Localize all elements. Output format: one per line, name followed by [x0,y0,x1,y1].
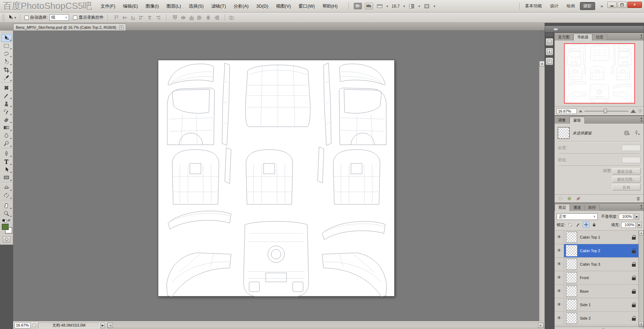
layer-thumbnail[interactable] [566,259,577,270]
new-adjustment-layer-icon[interactable] [583,328,589,329]
mini-bridge-button[interactable]: Mb [365,3,373,9]
panel-tab[interactable]: 图层 [555,204,570,211]
tool-button[interactable] [1,50,12,58]
restore-button[interactable] [617,2,627,8]
panel-menu-icon[interactable]: ▾≡ [641,34,642,39]
collapsed-panel-button[interactable] [546,48,553,55]
menu-item[interactable]: 编辑(E) [119,0,142,12]
visibility-toggle[interactable] [555,258,564,271]
close-document-icon[interactable]: × [119,25,123,29]
collapsed-panel-button[interactable] [546,57,553,65]
zoom-out-icon[interactable] [579,110,582,112]
layer-row[interactable]: Cabin Top 2 [555,244,638,258]
default-colors-icon[interactable] [5,220,7,222]
tool-button[interactable] [1,58,12,66]
chevron-down-icon[interactable]: ▾ [434,5,435,8]
layer-name[interactable]: Cabin Top 1 [580,235,632,239]
panel-tab[interactable]: 导航器 [573,34,592,41]
layers-scrollbar[interactable]: ▲ ▼ [638,231,644,327]
panel-tab[interactable]: 直方图 [555,34,573,41]
new-group-icon[interactable] [592,328,598,329]
tool-button[interactable] [1,116,12,124]
align-button[interactable] [154,14,162,21]
workspace-button[interactable]: 绘画 [563,2,579,10]
layer-name[interactable]: Cabin Top 2 [580,249,632,253]
layer-style-icon[interactable]: fx [566,328,572,329]
menu-item[interactable]: 分析(A) [230,0,252,12]
disable-mask-icon[interactable] [575,196,581,202]
menu-item[interactable]: 选择(S) [185,0,207,12]
layer-thumbnail[interactable] [566,313,577,324]
link-layers-icon[interactable] [557,328,563,329]
auto-select-dropdown[interactable]: 组 ∨ [50,14,69,21]
tool-button[interactable] [1,184,12,192]
document-hscrollbar[interactable]: ◀ ▶ [107,322,544,328]
load-selection-from-mask-icon[interactable] [557,196,563,202]
panel-tab[interactable]: 路径 [585,204,600,211]
workspace-button[interactable]: 基本功能 [522,2,545,10]
layer-thumbnail[interactable] [566,286,577,297]
tool-button[interactable] [1,140,12,148]
visibility-toggle[interactable] [555,244,564,257]
layer-row[interactable]: Side 1 [555,298,638,312]
scroll-up-icon[interactable]: ▲ [639,231,644,235]
quick-mask-button[interactable] [3,236,10,242]
options-grip[interactable] [2,14,5,21]
layer-thumbnail[interactable] [566,272,577,283]
layer-thumbnail[interactable] [566,299,577,310]
layer-name[interactable]: Side 2 [580,316,632,320]
layer-name[interactable]: Side 1 [580,303,632,307]
menu-item[interactable]: 窗口(W) [295,0,319,12]
lock-paint-icon[interactable] [575,222,581,228]
opacity-spinner-icon[interactable]: ▶ [635,214,639,220]
navigator-proxy-view[interactable] [564,43,635,104]
fill-value[interactable]: 100% [621,222,636,228]
color-range-button[interactable]: 颜色范围... [612,176,641,183]
layer-row[interactable]: Cabin Top 1 [555,231,638,244]
foreground-color-swatch[interactable] [2,224,9,230]
layer-thumbnail[interactable] [566,245,577,256]
distribute-button[interactable] [179,14,187,21]
distribute-button[interactable] [212,14,221,21]
auto-align-layers-button[interactable] [227,14,236,21]
menu-item[interactable]: 3D(D) [253,0,272,12]
visibility-toggle[interactable] [555,271,564,284]
panel-menu-icon[interactable]: ▾≡ [641,205,642,210]
visibility-toggle[interactable] [555,285,564,298]
lock-transparency-icon[interactable] [567,222,573,228]
arrange-documents-icon[interactable] [408,3,415,9]
distribute-button[interactable] [187,14,196,21]
menu-item[interactable]: 滤镜(T) [208,0,230,12]
tool-button[interactable] [1,202,12,210]
tool-button[interactable] [1,100,12,108]
layer-row[interactable]: Side 2 [555,312,638,325]
visibility-toggle[interactable] [555,298,564,311]
menu-item[interactable]: 帮助(H) [319,0,342,12]
zoom-level-field[interactable]: 16.7 [391,4,400,9]
blend-mode-dropdown[interactable]: 正常 ∨ [557,213,598,220]
tool-button[interactable] [1,108,12,116]
new-layer-icon[interactable] [601,328,606,329]
strip-grip[interactable] [546,33,553,36]
distribute-button[interactable] [204,14,212,21]
add-layer-mask-icon[interactable] [575,328,580,329]
layer-name[interactable]: Front [580,276,632,280]
swap-colors-icon[interactable]: ⇄ [8,219,10,222]
close-button[interactable]: × [627,2,642,8]
tool-button[interactable] [1,66,12,74]
panel-tab[interactable]: 调整 [555,117,570,124]
invert-button[interactable]: 反相 [612,184,641,190]
layer-thumbnail[interactable] [566,232,577,243]
align-button[interactable] [145,14,154,21]
visibility-toggle[interactable] [555,312,564,325]
tool-button[interactable] [1,74,12,82]
tool-button[interactable] [1,150,12,158]
tool-button[interactable] [1,34,12,42]
add-pixel-mask-icon[interactable] [624,130,630,136]
panel-tab[interactable]: 蒙版 [570,117,585,124]
tool-button[interactable] [1,42,12,50]
delete-mask-icon[interactable] [635,196,641,202]
layer-row[interactable]: Base [555,285,638,298]
visibility-toggle[interactable] [555,231,564,244]
panel-resize-grip[interactable] [638,109,642,113]
